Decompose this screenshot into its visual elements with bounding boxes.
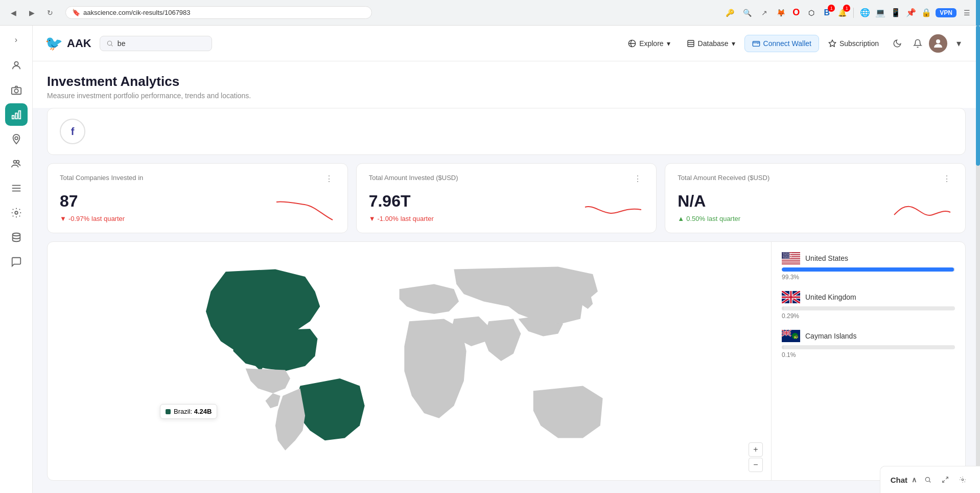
tooltip-dot	[166, 409, 171, 414]
opera-extension[interactable]: O	[790, 7, 802, 19]
forward-button[interactable]: ▶	[25, 6, 39, 20]
main-content: Investment Analytics Measure investment …	[33, 61, 980, 493]
notification-button[interactable]	[908, 34, 927, 53]
country-india	[484, 319, 521, 361]
bell-icon	[913, 39, 922, 48]
stat-chart-1	[582, 197, 644, 222]
svg-point-22	[936, 39, 940, 43]
app-container: › 🐦	[0, 26, 980, 493]
country-stats-panel: ★★★★★★ ★★★★★ ★★★★★★ ★★★★★ United States	[771, 242, 965, 480]
connect-wallet-button[interactable]: Connect Wallet	[744, 35, 819, 52]
country-bar-wrap-us	[782, 267, 955, 272]
right-panel: 🐦 AAK Explore ▾ Database ▾	[33, 26, 980, 493]
chat-settings-button[interactable]	[955, 473, 970, 487]
address-bar[interactable]: 🔖 aakscience.com/cik-results/1067983	[65, 6, 372, 19]
stat-change-companies: ▼ -0.97% last quarter	[60, 215, 125, 222]
ext4[interactable]: B 1	[821, 7, 833, 19]
country-item-us: ★★★★★★ ★★★★★ ★★★★★★ ★★★★★ United States	[782, 252, 955, 281]
country-bar-us	[782, 267, 954, 272]
stat-more-button-2[interactable]: ⋮	[941, 174, 953, 184]
subscription-icon	[828, 39, 836, 48]
stat-more-button-1[interactable]: ⋮	[632, 174, 644, 184]
chat-search-icon	[924, 476, 931, 483]
reload-button[interactable]: ↻	[43, 6, 57, 20]
wallet-icon	[752, 39, 760, 48]
country-brazil	[295, 378, 365, 440]
sidebar-item-camera[interactable]	[5, 79, 28, 101]
avatar[interactable]	[929, 34, 947, 53]
chat-expand-icon	[942, 476, 949, 483]
logo-icon: 🐦	[45, 35, 63, 52]
nav-links: Explore ▾ Database ▾ Connect Wallet Subs…	[621, 34, 968, 53]
avatar-icon	[932, 37, 944, 50]
svg-point-8	[16, 161, 19, 164]
stat-more-button-0[interactable]: ⋮	[323, 174, 335, 184]
sidebar-item-settings[interactable]	[5, 201, 28, 224]
zoom-out-button[interactable]: −	[749, 458, 763, 472]
menu-button[interactable]: ☰	[960, 6, 974, 20]
stat-card-companies: Total Companies Invested in ⋮ 87 ▼ -0.97…	[47, 163, 348, 233]
chat-search-button[interactable]	[921, 473, 935, 487]
scrollbar-thumb[interactable]	[976, 26, 980, 166]
country-mexico	[246, 369, 290, 394]
world-map-svg	[48, 242, 771, 480]
sidebar-item-database[interactable]	[5, 226, 28, 249]
search-input[interactable]	[118, 39, 205, 48]
sidebar-toggle-button[interactable]: ›	[8, 32, 25, 48]
page-scrollbar[interactable]	[976, 26, 980, 493]
country-australia	[533, 386, 603, 438]
svg-line-42	[946, 477, 948, 479]
company-logo[interactable]: f	[60, 119, 85, 144]
top-nav: 🐦 AAK Explore ▾ Database ▾	[33, 26, 980, 61]
explore-chevron-icon: ▾	[667, 39, 670, 48]
ext5-alert[interactable]: 🔔 1	[836, 7, 848, 19]
sidebar-item-location[interactable]	[5, 128, 28, 150]
svg-rect-29	[782, 262, 800, 263]
chat-fab[interactable]: Chat ∧	[880, 466, 980, 493]
stat-chart-0	[274, 197, 335, 222]
subscription-button[interactable]: Subscription	[821, 35, 886, 52]
user-menu-chevron[interactable]: ▾	[949, 34, 968, 53]
svg-rect-3	[12, 116, 14, 119]
chat-expand-button[interactable]	[938, 473, 952, 487]
svg-point-0	[14, 62, 18, 65]
stat-change-received: ▲ 0.50% last quarter	[678, 215, 740, 222]
svg-point-14	[107, 41, 111, 45]
country-name-us: United States	[805, 254, 848, 262]
svg-rect-28	[782, 261, 800, 262]
company-card: f	[47, 108, 966, 155]
zoom-in-button[interactable]: +	[749, 442, 763, 457]
sidebar-item-users[interactable]	[5, 54, 28, 77]
keys-icon-button[interactable]: 🔑	[722, 6, 737, 20]
explore-button[interactable]: Explore ▾	[621, 35, 677, 52]
map-container: Brazil: 4.24B + −	[48, 242, 771, 480]
country-central-am	[265, 393, 280, 408]
chat-chevron-icon: ∧	[912, 476, 917, 484]
svg-line-41	[929, 481, 931, 483]
flag-us: ★★★★★★ ★★★★★ ★★★★★★ ★★★★★	[782, 252, 800, 264]
bookmark-icon: 🔖	[72, 9, 80, 16]
sidebar-item-list[interactable]	[5, 177, 28, 199]
country-bar-wrap-cayman	[782, 345, 955, 349]
ext3[interactable]: ⬡	[805, 7, 818, 19]
share-icon-button[interactable]: ↗	[757, 6, 772, 20]
moon-icon	[893, 39, 902, 48]
database-button[interactable]: Database ▾	[680, 35, 742, 52]
logo-text: AAK	[67, 37, 91, 50]
dark-mode-button[interactable]	[888, 34, 906, 53]
svg-point-2	[14, 89, 18, 93]
country-bar-uk	[782, 306, 784, 310]
stat-title-companies: Total Companies Invested in	[60, 174, 143, 182]
stat-card-invested: Total Amount Invested ($USD) ⋮ 7.96T ▼ -…	[356, 163, 657, 233]
back-button[interactable]: ◀	[6, 6, 20, 20]
country-name-cayman: Cayman Islands	[805, 332, 856, 340]
search-icon-button[interactable]: 🔍	[740, 6, 754, 20]
sidebar-item-group[interactable]	[5, 152, 28, 175]
sidebar-item-analytics[interactable]	[5, 103, 28, 126]
flag-cayman: 🐢	[782, 330, 800, 342]
sidebar-item-chat[interactable]	[5, 251, 28, 273]
tooltip-text: Brazil: 4.24B	[174, 408, 212, 415]
fox-extension[interactable]: 🦊	[775, 7, 787, 19]
search-bar-container	[100, 36, 212, 51]
sidebar: ›	[0, 26, 33, 493]
